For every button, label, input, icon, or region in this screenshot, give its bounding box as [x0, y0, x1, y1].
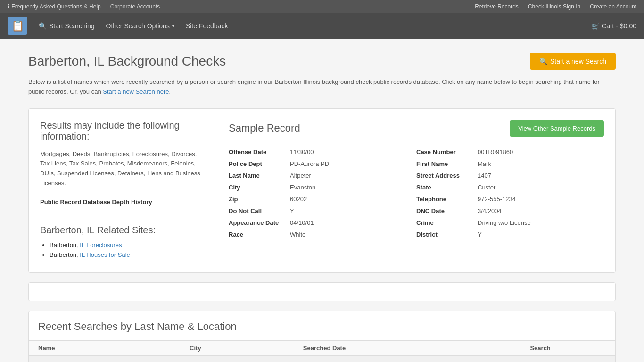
label-city: City [229, 184, 285, 191]
new-search-button[interactable]: 🔍 Start a new Search [530, 53, 616, 70]
main-content: Barberton, IL Background Checks 🔍 Start … [0, 39, 644, 362]
results-heading: Results may include the following inform… [40, 120, 206, 142]
sample-record-title: Sample Record [229, 122, 300, 134]
faq-link[interactable]: ℹ Frequently Asked Questions & Help [8, 3, 101, 10]
left-panel: Results may include the following inform… [29, 109, 217, 272]
label-dnc-date: DNC Date [416, 207, 473, 214]
view-sample-records-button[interactable]: View Other Sample Records [510, 120, 604, 137]
field-first-name: First Name Mark [416, 158, 604, 170]
page-title-area: Barberton, IL Background Checks 🔍 Start … [28, 53, 616, 70]
left-divider [40, 215, 206, 215]
site-logo[interactable]: 📋 [8, 17, 27, 35]
field-city: City Evanston [229, 181, 416, 193]
field-district: District Y [416, 229, 604, 240]
value-zip: 60202 [290, 196, 307, 203]
value-appearance-date: 04/10/01 [290, 219, 314, 226]
field-police-dept: Police Dept PD-Aurora PD [229, 158, 416, 170]
label-do-not-call: Do Not Call [229, 207, 285, 214]
corporate-accounts-link[interactable]: Corporate Accounts [110, 3, 160, 10]
field-appearance-date: Appearance Date 04/10/01 [229, 217, 416, 229]
field-do-not-call: Do Not Call Y [229, 205, 416, 217]
value-first-name: Mark [478, 160, 491, 167]
field-race: Race White [229, 229, 416, 240]
label-last-name: Last Name [229, 172, 285, 179]
value-district: Y [478, 231, 482, 238]
description-text: Below is a list of names which were rece… [28, 77, 616, 97]
value-do-not-call: Y [290, 207, 294, 214]
label-first-name: First Name [416, 160, 473, 167]
record-grid: Offense Date 11/30/00 Police Dept PD-Aur… [229, 146, 604, 240]
value-case-number: 00TR091860 [478, 148, 513, 156]
value-state: Custer [478, 184, 495, 191]
value-offense-date: 11/30/00 [290, 148, 314, 156]
field-telephone: Telephone 972-555-1234 [416, 193, 604, 205]
recent-searches-title: Recent Searches by Last Name & Location [29, 311, 615, 340]
label-offense-date: Offense Date [229, 148, 285, 156]
page-title: Barberton, IL Background Checks [28, 54, 226, 69]
field-zip: Zip 60202 [229, 193, 416, 205]
col-name: Name [38, 345, 190, 352]
top-bar: ℹ Frequently Asked Questions & Help Corp… [0, 0, 644, 13]
site-feedback-link[interactable]: Site Feedback [186, 22, 228, 30]
field-crime: Crime Driving w/o License [416, 217, 604, 229]
value-crime: Driving w/o License [478, 219, 531, 226]
label-case-number: Case Number [416, 148, 473, 156]
retrieve-records-link[interactable]: Retrieve Records [475, 3, 519, 10]
label-race: Race [229, 231, 285, 238]
foreclosures-link[interactable]: IL Foreclosures [80, 241, 122, 248]
col-city: City [190, 345, 303, 352]
value-city: Evanston [290, 184, 315, 191]
label-state: State [416, 184, 473, 191]
related-sites-list: Barberton, IL Foreclosures Barberton, IL… [40, 241, 206, 258]
nav-left: 📋 🔍 Start Searching Other Search Options… [8, 17, 228, 35]
site-feedback-label: Site Feedback [186, 22, 228, 30]
main-panel: Results may include the following inform… [28, 108, 616, 273]
value-last-name: Altpeter [290, 172, 311, 179]
recent-searches-section: Recent Searches by Last Name & Location … [28, 311, 616, 362]
label-police-dept: Police Dept [229, 160, 285, 167]
field-dnc-date: DNC Date 3/4/2004 [416, 205, 604, 217]
label-district: District [416, 231, 473, 238]
other-search-label: Other Search Options [106, 22, 170, 30]
depth-history-link[interactable]: Public Record Database Depth History [40, 198, 152, 206]
value-race: White [290, 231, 305, 238]
field-last-name: Last Name Altpeter [229, 170, 416, 181]
nav-bar: 📋 🔍 Start Searching Other Search Options… [0, 13, 644, 39]
start-searching-link[interactable]: 🔍 Start Searching [39, 22, 95, 30]
top-bar-left: ℹ Frequently Asked Questions & Help Corp… [8, 3, 160, 10]
houses-link[interactable]: IL Houses for Sale [80, 251, 130, 258]
value-street-address: 1407 [478, 172, 491, 179]
other-search-options-link[interactable]: Other Search Options ▾ [106, 22, 174, 30]
sample-record-header: Sample Record View Other Sample Records [229, 120, 604, 137]
value-police-dept: PD-Aurora PD [290, 160, 329, 167]
cart-area: 🛒 Cart - $0.00 [592, 22, 636, 30]
label-appearance-date: Appearance Date [229, 219, 285, 226]
col-searched-date: Searched Date [303, 345, 530, 352]
record-fields-right: Case Number 00TR091860 First Name Mark S… [416, 146, 604, 240]
cart-icon: 🛒 [592, 22, 600, 30]
field-offense-date: Offense Date 11/30/00 [229, 146, 416, 158]
cart-label: Cart - $0.00 [602, 22, 636, 30]
right-panel: Sample Record View Other Sample Records … [217, 109, 615, 272]
list-item: Barberton, IL Houses for Sale [50, 251, 206, 258]
search-icon: 🔍 [39, 22, 47, 30]
related-sites-heading: Barberton, IL Related Sites: [40, 225, 206, 236]
create-account-link[interactable]: Create an Account [590, 3, 636, 10]
start-searching-label: Start Searching [49, 22, 95, 30]
record-fields-left: Offense Date 11/30/00 Police Dept PD-Aur… [229, 146, 416, 240]
label-crime: Crime [416, 219, 473, 226]
value-telephone: 972-555-1234 [478, 196, 516, 203]
field-street-address: Street Address 1407 [416, 170, 604, 181]
results-text: Mortgages, Deeds, Bankruptcies, Foreclos… [40, 149, 206, 189]
check-illinois-signin-link[interactable]: Check Illinois Sign In [528, 3, 580, 10]
col-search: Search [530, 345, 606, 352]
no-data-label: No Search Data Returned [38, 360, 109, 362]
logo-icon: 📋 [11, 20, 24, 32]
table-row: No Search Data Returned [29, 356, 615, 362]
label-zip: Zip [229, 196, 285, 203]
table-header: Name City Searched Date Search [29, 340, 615, 356]
label-street-address: Street Address [416, 172, 473, 179]
top-bar-right: Retrieve Records Check Illinois Sign In … [475, 3, 636, 10]
list-item: Barberton, IL Foreclosures [50, 241, 206, 248]
start-new-search-link[interactable]: Start a new Search here [103, 88, 169, 95]
